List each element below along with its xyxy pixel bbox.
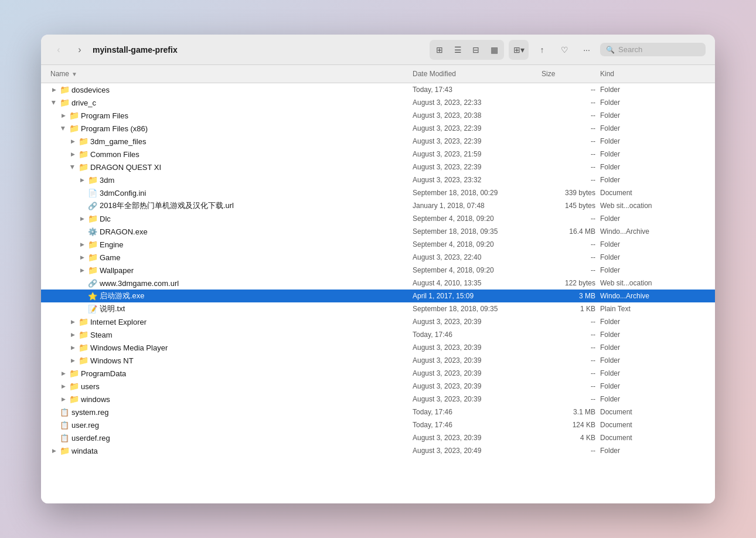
chevron-icon[interactable]: ▶: [60, 112, 67, 119]
chevron-icon[interactable]: ▶: [79, 254, 86, 261]
file-date: August 3, 2023, 22:33: [413, 98, 542, 107]
table-row[interactable]: ▶ 📁 dosdevices Today, 17:43 -- Folder: [41, 83, 715, 96]
share-button[interactable]: ↑: [533, 41, 551, 59]
table-row[interactable]: ▶ 📋 system.reg Today, 17:46 3.1 MB Docum…: [41, 406, 715, 418]
icon-view-btn[interactable]: ⊞: [431, 41, 448, 59]
col-date[interactable]: Date Modified: [413, 67, 542, 80]
table-row[interactable]: ▶ 📁 Program Files (x86) August 3, 2023, …: [41, 122, 715, 135]
table-row[interactable]: ▶ 📁 Steam Today, 17:46 -- Folder: [41, 328, 715, 341]
table-row[interactable]: ▶ 📁 Engine September 4, 2018, 09:20 -- F…: [41, 238, 715, 251]
list-view-btn[interactable]: ☰: [449, 41, 466, 59]
table-row[interactable]: ▶ 📁 Program Files August 3, 2023, 20:38 …: [41, 109, 715, 122]
tag-button[interactable]: ♡: [556, 41, 573, 59]
file-kind: Folder: [600, 86, 706, 94]
forward-button[interactable]: ›: [71, 42, 88, 58]
back-button[interactable]: ‹: [50, 42, 67, 58]
table-row[interactable]: ▶ ⚙️ DRAGON.exe September 18, 2018, 09:3…: [41, 225, 715, 238]
table-row[interactable]: ▶ 📁 3dm August 3, 2023, 23:32 -- Folder: [41, 173, 715, 186]
chevron-icon[interactable]: ▶: [60, 383, 67, 390]
file-label: 3dmConfig.ini: [100, 189, 147, 198]
table-row[interactable]: ▶ 📁 Windows Media Player August 3, 2023,…: [41, 341, 715, 354]
chevron-icon[interactable]: ▶: [79, 176, 86, 183]
chevron-icon[interactable]: ▶: [69, 151, 76, 158]
chevron-icon[interactable]: ▶: [79, 215, 86, 222]
col-kind[interactable]: Kind: [600, 67, 706, 80]
search-box[interactable]: 🔍: [600, 43, 706, 56]
search-input[interactable]: [618, 45, 700, 54]
file-date: September 4, 2018, 09:20: [413, 266, 542, 274]
file-size: --: [542, 124, 600, 132]
table-row[interactable]: ▶ 📁 Wallpaper September 4, 2018, 09:20 -…: [41, 264, 715, 277]
chevron-icon[interactable]: ▶: [69, 138, 76, 145]
file-date: January 1, 2018, 07:48: [413, 202, 542, 210]
file-name-cell: ▶ 📁 windata: [50, 446, 413, 455]
chevron-icon[interactable]: ▶: [79, 241, 86, 248]
table-row[interactable]: ▶ 📁 windows August 3, 2023, 20:39 -- Fol…: [41, 393, 715, 406]
table-row[interactable]: ▶ 📁 Internet Explorer August 3, 2023, 20…: [41, 315, 715, 328]
gallery-view-btn[interactable]: ▦: [485, 41, 503, 59]
table-row[interactable]: ▶ 🔗 2018年全部热门单机游戏及汉化下载.url January 1, 20…: [41, 199, 715, 212]
file-kind: Web sit...ocation: [600, 202, 706, 210]
chevron-icon[interactable]: ▶: [69, 331, 76, 338]
file-icon: 📁: [79, 356, 88, 365]
file-label: Dlc: [100, 214, 111, 223]
apps-button[interactable]: ⊞▾: [510, 41, 527, 59]
col-size[interactable]: Size: [542, 67, 600, 80]
file-name-cell: ▶ 🔗 www.3dmgame.com.url: [50, 278, 413, 288]
file-kind: Folder: [600, 176, 706, 184]
file-label: Common Files: [90, 150, 139, 159]
file-label: Internet Explorer: [90, 318, 147, 326]
table-row[interactable]: ▶ 📋 userdef.reg August 3, 2023, 20:39 4 …: [41, 431, 715, 444]
file-label: user.reg: [71, 421, 99, 430]
table-row[interactable]: ▶ 📁 drive_c August 3, 2023, 22:33 -- Fol…: [41, 96, 715, 109]
file-size: --: [542, 98, 600, 107]
table-row[interactable]: ▶ 📁 Common Files August 3, 2023, 21:59 -…: [41, 148, 715, 161]
table-row[interactable]: ▶ 📝 说明.txt September 18, 2018, 09:35 1 K…: [41, 302, 715, 315]
table-row[interactable]: ▶ 📁 ProgramData August 3, 2023, 20:39 --…: [41, 367, 715, 380]
table-row[interactable]: ▶ 📁 3dm_game_files August 3, 2023, 22:39…: [41, 135, 715, 148]
file-icon: 📁: [88, 214, 97, 223]
more-button[interactable]: ···: [578, 41, 595, 59]
table-row[interactable]: ▶ 📁 DRAGON QUEST XI August 3, 2023, 22:3…: [41, 161, 715, 173]
file-kind: Folder: [600, 369, 706, 377]
file-name-cell: ▶ 📁 drive_c: [50, 98, 413, 107]
chevron-icon[interactable]: ▶: [69, 357, 76, 364]
chevron-icon[interactable]: ▶: [60, 396, 67, 403]
file-size: --: [542, 86, 600, 94]
file-icon: 📋: [60, 407, 69, 417]
table-row[interactable]: ▶ 📁 windata August 3, 2023, 20:49 -- Fol…: [41, 444, 715, 457]
chevron-icon[interactable]: ▶: [60, 125, 67, 132]
col-name[interactable]: Name ▼: [50, 67, 413, 80]
file-name-cell: ▶ 📁 ProgramData: [50, 369, 413, 378]
file-label: system.reg: [71, 408, 109, 417]
chevron-icon[interactable]: ▶: [50, 86, 57, 93]
file-size: 122 bytes: [542, 279, 600, 287]
chevron-icon[interactable]: ▶: [69, 344, 76, 351]
table-row[interactable]: ▶ 📄 3dmConfig.ini September 18, 2018, 00…: [41, 186, 715, 199]
table-row[interactable]: ▶ 📁 Windows NT August 3, 2023, 20:39 -- …: [41, 354, 715, 367]
table-row[interactable]: ▶ 📋 user.reg Today, 17:46 124 KB Documen…: [41, 418, 715, 431]
file-label: Engine: [100, 240, 123, 249]
file-date: September 4, 2018, 09:20: [413, 240, 542, 248]
chevron-icon[interactable]: ▶: [69, 318, 76, 325]
file-name-cell: ▶ 📁 users: [50, 382, 413, 391]
file-icon: 📁: [79, 149, 88, 159]
file-icon: 📁: [69, 124, 79, 133]
table-row[interactable]: ▶ 📁 users August 3, 2023, 20:39 -- Folde…: [41, 380, 715, 393]
column-view-btn[interactable]: ⊟: [467, 41, 485, 59]
file-name-cell: ▶ 📁 DRAGON QUEST XI: [50, 162, 413, 172]
table-row[interactable]: ▶ 📁 Dlc September 4, 2018, 09:20 -- Fold…: [41, 212, 715, 225]
chevron-icon[interactable]: ▶: [50, 447, 57, 454]
chevron-icon[interactable]: ▶: [60, 370, 67, 377]
table-row[interactable]: ▶ 📁 Game August 3, 2023, 22:40 -- Folder: [41, 251, 715, 264]
table-row[interactable]: ▶ 🔗 www.3dmgame.com.url August 4, 2010, …: [41, 277, 715, 290]
file-icon: 📁: [69, 394, 79, 404]
window-title: myinstall-game-prefix: [93, 45, 178, 55]
chevron-icon[interactable]: ▶: [79, 267, 86, 274]
table-row[interactable]: ▶ ⭐ 启动游戏.exe April 1, 2017, 15:09 3 MB W…: [41, 290, 715, 302]
file-name-cell: ▶ 📁 windows: [50, 394, 413, 404]
chevron-icon[interactable]: ▶: [69, 164, 76, 171]
chevron-icon[interactable]: ▶: [50, 99, 57, 106]
file-date: August 3, 2023, 20:39: [413, 434, 542, 442]
file-kind: Folder: [600, 111, 706, 120]
